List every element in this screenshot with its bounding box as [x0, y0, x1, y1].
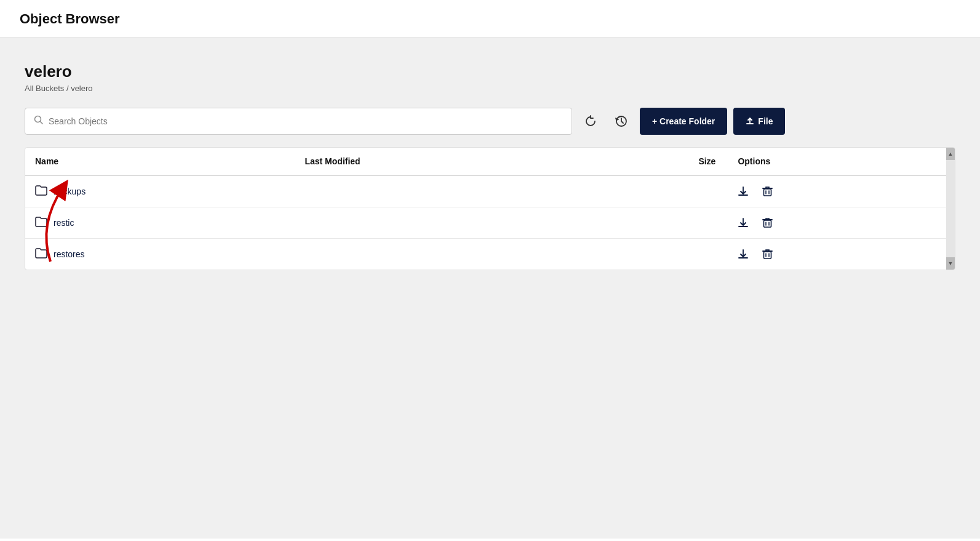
- svg-rect-3: [764, 189, 771, 196]
- col-last-modified: Last Modified: [295, 148, 583, 175]
- refresh-button[interactable]: [578, 109, 603, 134]
- trash-icon: [762, 217, 773, 228]
- download-icon: [738, 186, 749, 197]
- create-folder-button[interactable]: + Create Folder: [640, 108, 727, 135]
- download-button[interactable]: [735, 246, 751, 262]
- breadcrumb: All Buckets / velero: [25, 84, 955, 93]
- table-container: Name Last Modified Size Options backups: [25, 147, 955, 270]
- folder-icon: [35, 247, 47, 262]
- folder-icon: [35, 185, 47, 199]
- upload-file-label: File: [758, 116, 773, 126]
- search-icon: [34, 115, 44, 127]
- folder-name[interactable]: restic: [54, 218, 74, 228]
- history-button[interactable]: [609, 109, 634, 134]
- download-button[interactable]: [735, 183, 751, 199]
- cell-name: backups: [25, 175, 295, 207]
- folder-name[interactable]: backups: [54, 186, 86, 196]
- col-size: Size: [584, 148, 726, 175]
- bucket-name: velero: [25, 62, 955, 81]
- svg-line-1: [41, 122, 43, 124]
- refresh-icon: [584, 115, 597, 127]
- table-row: backups: [25, 175, 955, 207]
- col-options: Options: [725, 148, 955, 175]
- download-icon: [738, 217, 749, 228]
- cell-last-modified: [295, 175, 583, 207]
- cell-options: [725, 239, 955, 270]
- delete-button[interactable]: [760, 183, 775, 199]
- objects-table: Name Last Modified Size Options backups: [25, 148, 955, 270]
- cell-size: [584, 175, 726, 207]
- page-title: Object Browser: [20, 11, 120, 26]
- toolbar: + Create Folder File: [25, 108, 955, 135]
- search-input[interactable]: [49, 116, 563, 126]
- cell-size: [584, 239, 726, 270]
- download-button[interactable]: [735, 215, 751, 231]
- col-name: Name: [25, 148, 295, 175]
- scrollbar-up-button[interactable]: ▲: [946, 148, 955, 160]
- folder-name[interactable]: restores: [54, 249, 85, 259]
- trash-icon: [762, 249, 773, 260]
- table-row: restic: [25, 207, 955, 239]
- history-icon: [615, 115, 627, 127]
- cell-last-modified: [295, 207, 583, 239]
- folder-icon: [35, 216, 47, 230]
- cell-options: [725, 207, 955, 239]
- cell-name: restores: [25, 239, 295, 270]
- download-icon: [738, 249, 749, 260]
- trash-icon: [762, 186, 773, 197]
- scrollbar-down-button[interactable]: ▼: [946, 257, 955, 270]
- cell-name: restic: [25, 207, 295, 239]
- main-content: velero All Buckets / velero: [0, 38, 980, 539]
- upload-file-button[interactable]: File: [733, 108, 785, 135]
- svg-rect-9: [764, 252, 771, 258]
- svg-rect-6: [764, 220, 771, 227]
- search-wrapper: [25, 108, 572, 135]
- create-folder-label: + Create Folder: [652, 116, 715, 126]
- cell-last-modified: [295, 239, 583, 270]
- table-header-row: Name Last Modified Size Options: [25, 148, 955, 175]
- scrollbar-track: ▲ ▼: [946, 148, 955, 270]
- header: Object Browser: [0, 0, 980, 38]
- cell-options: [725, 175, 955, 207]
- delete-button[interactable]: [760, 246, 775, 262]
- table-row: restores: [25, 239, 955, 270]
- delete-button[interactable]: [760, 215, 775, 231]
- cell-size: [584, 207, 726, 239]
- upload-icon: [746, 117, 754, 126]
